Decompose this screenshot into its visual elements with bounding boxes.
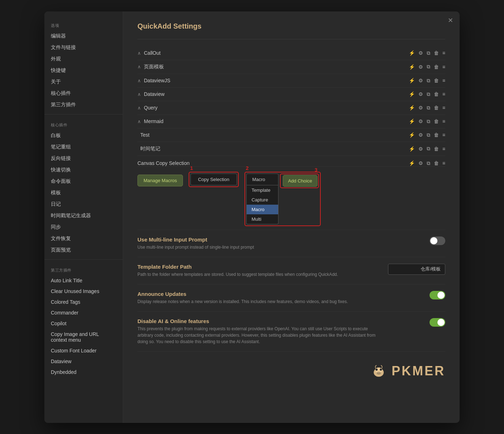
menu-icon[interactable]: ≡ xyxy=(442,91,445,97)
toggle-multiline[interactable] xyxy=(430,236,445,245)
trash-icon[interactable]: 🗑 xyxy=(434,91,439,97)
toggle-announce-updates[interactable] xyxy=(430,291,445,299)
option-capture[interactable]: Capture xyxy=(247,195,278,205)
setting-template-desc: Path to the folder where templates are s… xyxy=(137,271,338,278)
gear-icon[interactable]: ⚙ xyxy=(418,78,423,83)
trash-icon[interactable]: 🗑 xyxy=(434,118,439,124)
sidebar-item-commander[interactable]: Commander xyxy=(44,307,123,318)
template-folder-input[interactable] xyxy=(388,264,445,275)
entry-name: CallOut xyxy=(144,50,409,56)
copy-icon[interactable]: ⧉ xyxy=(427,132,430,138)
menu-icon[interactable]: ≡ xyxy=(442,50,445,56)
sidebar-item-backlinks[interactable]: 反向链接 xyxy=(44,153,123,164)
entry-chevron: ∧ xyxy=(137,119,141,124)
sidebar-item-hotkeys[interactable]: 快捷键 xyxy=(44,65,123,76)
flash-icon[interactable]: ⚡ xyxy=(409,105,415,111)
sidebar-item-auto-link-title[interactable]: Auto Link Title xyxy=(44,275,123,286)
copy-icon[interactable]: ⧉ xyxy=(427,50,430,56)
setting-ai-title: Disable AI & Online features xyxy=(137,318,381,324)
copy-selection-button[interactable]: Copy Selection xyxy=(190,174,237,185)
gear-icon[interactable]: ⚙ xyxy=(418,160,423,166)
close-button[interactable]: ✕ xyxy=(448,16,453,24)
gear-icon[interactable]: ⚙ xyxy=(418,146,423,152)
sidebar-item-copilot[interactable]: Copilot xyxy=(44,318,123,329)
gear-icon[interactable]: ⚙ xyxy=(418,132,423,138)
entry-chevron: ∧ xyxy=(137,64,141,69)
sidebar-item-page-preview[interactable]: 页面预览 xyxy=(44,244,123,256)
menu-icon[interactable]: ≡ xyxy=(442,132,445,138)
flash-icon[interactable]: ⚡ xyxy=(409,78,415,83)
flash-icon[interactable]: ⚡ xyxy=(409,146,415,152)
copy-icon[interactable]: ⧉ xyxy=(427,160,430,166)
copy-icon[interactable]: ⧉ xyxy=(427,105,430,111)
sidebar-item-core-plugins[interactable]: 核心插件 xyxy=(44,88,123,99)
gear-icon[interactable]: ⚙ xyxy=(418,118,423,124)
sidebar-item-colored-tags[interactable]: Colored Tags xyxy=(44,297,123,307)
manage-macros-button[interactable]: Manage Macros xyxy=(137,175,183,186)
sidebar-item-note-reorganize[interactable]: 笔记重组 xyxy=(44,141,123,153)
sidebar-item-custom-font-loader[interactable]: Custom Font Loader xyxy=(44,345,123,356)
trash-icon[interactable]: 🗑 xyxy=(434,50,439,56)
copy-icon[interactable]: ⧉ xyxy=(427,64,430,70)
menu-icon[interactable]: ≡ xyxy=(442,118,445,124)
toggle-disable-ai[interactable] xyxy=(430,318,445,327)
flash-icon[interactable]: ⚡ xyxy=(409,118,415,124)
menu-icon[interactable]: ≡ xyxy=(442,105,445,111)
option-multi[interactable]: Multi xyxy=(247,214,278,224)
sidebar-item-copy-image-url[interactable]: Copy Image and URL context menu xyxy=(44,329,123,345)
menu-icon[interactable]: ≡ xyxy=(442,160,445,166)
sidebar-item-file-recovery[interactable]: 文件恢复 xyxy=(44,233,123,244)
sidebar-item-files-links[interactable]: 文件与链接 xyxy=(44,42,123,53)
sidebar-item-timestamp-generator[interactable]: 时间戳笔记生成器 xyxy=(44,210,123,221)
entry-name: 页面模板 xyxy=(144,64,409,70)
option-macro[interactable]: Macro xyxy=(247,205,278,214)
gear-icon[interactable]: ⚙ xyxy=(418,64,423,70)
flash-icon[interactable]: ⚡ xyxy=(409,132,415,138)
menu-icon[interactable]: ≡ xyxy=(442,78,445,83)
option-template[interactable]: Template xyxy=(247,185,278,195)
toggle-ai-knob xyxy=(437,319,445,326)
macro-select-button[interactable]: Macro xyxy=(246,174,278,185)
sidebar-item-template[interactable]: 模板 xyxy=(44,187,123,199)
trash-icon[interactable]: 🗑 xyxy=(434,78,439,83)
add-choice-button[interactable]: Add Choice xyxy=(283,175,318,187)
sidebar-item-dynbedded[interactable]: Dynbedded xyxy=(44,367,123,377)
flash-icon[interactable]: ⚡ xyxy=(409,50,415,56)
flash-icon[interactable]: ⚡ xyxy=(409,64,415,70)
sidebar-item-sync[interactable]: 同步 xyxy=(44,221,123,233)
sidebar-item-about[interactable]: 关于 xyxy=(44,76,123,88)
flash-icon[interactable]: ⚡ xyxy=(409,91,415,97)
flash-icon[interactable]: ⚡ xyxy=(409,160,415,166)
menu-icon[interactable]: ≡ xyxy=(442,64,445,70)
sidebar-item-whiteboard[interactable]: 白板 xyxy=(44,130,123,141)
copy-icon[interactable]: ⧉ xyxy=(427,146,430,152)
sidebar-item-clear-unused-images[interactable]: Clear Unused Images xyxy=(44,286,123,297)
sidebar-section-third: 第三方插件 xyxy=(44,263,123,275)
gear-icon[interactable]: ⚙ xyxy=(418,50,423,56)
sidebar-item-appearance[interactable]: 外观 xyxy=(44,53,123,65)
gear-icon[interactable]: ⚙ xyxy=(418,91,423,97)
sidebar-section-core: 核心插件 xyxy=(44,118,123,130)
sidebar: 选项 编辑器 文件与链接 外观 快捷键 关于 核心插件 第三方插件 核心插件 白… xyxy=(44,11,123,423)
sidebar-item-third-party-plugins[interactable]: 第三方插件 xyxy=(44,99,123,111)
sidebar-item-editor[interactable]: 编辑器 xyxy=(44,30,123,42)
entry-chevron: ∧ xyxy=(137,78,141,83)
entry-name: Query xyxy=(144,105,409,111)
gear-icon[interactable]: ⚙ xyxy=(418,105,423,111)
trash-icon[interactable]: 🗑 xyxy=(434,105,439,111)
entry-actions: ⚡ ⚙ ⧉ 🗑 ≡ xyxy=(409,50,445,56)
entry-actions: ⚡ ⚙ ⧉ 🗑 ≡ xyxy=(409,105,445,111)
menu-icon[interactable]: ≡ xyxy=(442,146,445,152)
trash-icon[interactable]: 🗑 xyxy=(434,132,439,138)
sidebar-item-dataview[interactable]: Dataview xyxy=(44,356,123,367)
copy-icon[interactable]: ⧉ xyxy=(427,78,430,84)
trash-icon[interactable]: 🗑 xyxy=(434,160,439,166)
sidebar-item-quick-switch[interactable]: 快速切换 xyxy=(44,164,123,176)
trash-icon[interactable]: 🗑 xyxy=(434,64,439,70)
sidebar-item-command-panel[interactable]: 命令面板 xyxy=(44,176,123,187)
copy-icon[interactable]: ⧉ xyxy=(427,118,430,125)
copy-icon[interactable]: ⧉ xyxy=(427,91,430,97)
sidebar-item-diary[interactable]: 日记 xyxy=(44,199,123,210)
entry-list: ∧ CallOut ⚡ ⚙ ⧉ 🗑 ≡ ∧ 页面模板 ⚡ ⚙ ⧉ 🗑 ≡ ∧ D… xyxy=(137,47,445,156)
trash-icon[interactable]: 🗑 xyxy=(434,146,439,152)
